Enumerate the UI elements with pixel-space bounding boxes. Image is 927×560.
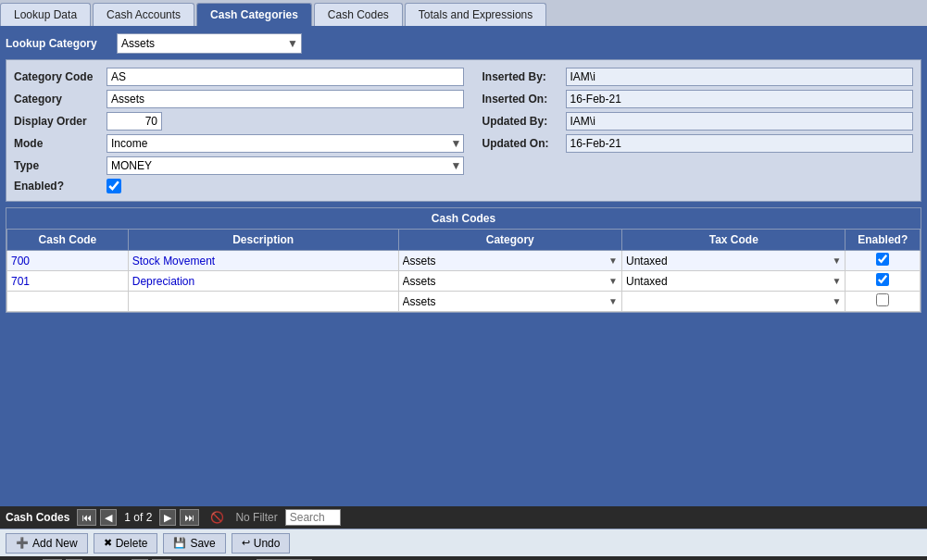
display-order-row: Display Order — [14, 112, 464, 131]
category-label: Category — [14, 93, 106, 106]
updated-by-label: Updated By: — [482, 115, 566, 128]
cell-tax-code-3[interactable]: Untaxed Standard ▼ — [622, 292, 846, 312]
tax-code-select-wrapper-3: Untaxed Standard ▼ — [626, 295, 841, 308]
description-input-3[interactable] — [132, 295, 395, 308]
type-row: Type MONEY QUANTITY ▼ — [14, 156, 464, 175]
cell-description-1[interactable] — [128, 251, 398, 271]
col-enabled: Enabled? — [846, 230, 921, 251]
inserted-on-input — [566, 90, 914, 108]
cell-description-3[interactable] — [128, 292, 398, 312]
cell-cash-code-1[interactable] — [7, 251, 129, 271]
tab-cash-categories[interactable]: Cash Categories — [196, 3, 312, 26]
form-right: Inserted By: Inserted On: Updated By: Up… — [464, 68, 914, 193]
category-arrow-icon-1: ▼ — [608, 255, 618, 266]
col-cash-code: Cash Code — [7, 230, 129, 251]
col-description: Description — [128, 230, 398, 251]
category-code-label: Category Code — [14, 70, 106, 83]
tax-code-select-wrapper-1: Untaxed Standard Reduced ▼ — [626, 255, 841, 268]
class-nav-bar: Class ⏮ ◀ 6 of 15 ▶ ⏭ 🚫 No Filter — [0, 556, 927, 560]
cash-codes-table: Cash Code Description Category Tax Code … — [6, 229, 921, 312]
category-row: Category — [14, 90, 464, 108]
category-select-3[interactable]: Assets Liabilities Income Expense — [403, 295, 609, 308]
undo-icon: ↩ — [242, 537, 250, 549]
tax-code-arrow-icon-2: ▼ — [833, 276, 842, 286]
cash-code-input-1[interactable] — [11, 255, 124, 268]
tab-totals-expressions[interactable]: Totals and Expressions — [405, 3, 546, 26]
enabled-checkbox-2[interactable] — [876, 273, 889, 286]
tax-code-arrow-icon-3: ▼ — [833, 296, 842, 306]
cell-description-2[interactable] — [128, 271, 398, 292]
cell-enabled-1[interactable] — [846, 251, 921, 271]
enabled-checkbox-1[interactable] — [876, 253, 889, 266]
lookup-category-input[interactable] — [117, 33, 302, 54]
cash-codes-nav-label: Cash Codes — [6, 511, 69, 524]
add-icon: ➕ — [16, 537, 29, 549]
nav-prev-btn[interactable]: ◀ — [100, 509, 117, 526]
nav-last-btn[interactable]: ⏭ — [180, 509, 199, 526]
cash-code-input-3[interactable] — [11, 295, 124, 308]
nav-next-btn[interactable]: ▶ — [159, 509, 176, 526]
tab-lookup-data[interactable]: Lookup Data — [0, 3, 91, 26]
category-select-wrapper-2: Assets Liabilities Income Expense ▼ — [403, 275, 618, 288]
inserted-by-input — [566, 68, 914, 86]
tax-code-arrow-icon-1: ▼ — [833, 255, 842, 266]
category-select-wrapper-1: Assets Liabilities Income Expense ▼ — [403, 255, 618, 268]
delete-label: Delete — [116, 537, 148, 550]
description-input-2[interactable] — [132, 275, 395, 288]
mode-select[interactable]: Income Expense Both — [106, 134, 464, 153]
add-new-label: Add New — [32, 537, 78, 550]
nav-page-info: 1 of 2 — [124, 511, 152, 524]
save-icon: 💾 — [173, 537, 186, 549]
inserted-by-row: Inserted By: — [482, 68, 914, 86]
category-input[interactable] — [106, 90, 464, 108]
tax-code-select-3[interactable]: Untaxed Standard — [626, 295, 833, 308]
cell-category-1[interactable]: Assets Liabilities Income Expense ▼ — [398, 251, 621, 271]
cash-codes-section-header: Cash Codes — [6, 208, 921, 229]
cash-code-input-2[interactable] — [11, 275, 124, 288]
updated-by-row: Updated By: — [482, 112, 914, 131]
category-select-1[interactable]: Assets Liabilities Income Expense — [403, 255, 609, 268]
lookup-category-label: Lookup Category — [6, 37, 107, 50]
cash-codes-section: Cash Codes Cash Code Description Categor… — [6, 207, 921, 313]
add-new-button[interactable]: ➕ Add New — [6, 533, 88, 554]
cell-tax-code-1[interactable]: Untaxed Standard Reduced ▼ — [622, 251, 846, 271]
category-code-input[interactable] — [106, 68, 464, 86]
main-content: Lookup Category ▼ Category Code Category… — [0, 28, 927, 506]
cash-codes-nav-bar: Cash Codes ⏮ ◀ 1 of 2 ▶ ⏭ 🚫 No Filter — [0, 506, 927, 529]
tabs-bar: Lookup Data Cash Accounts Cash Categorie… — [0, 0, 927, 28]
cell-category-2[interactable]: Assets Liabilities Income Expense ▼ — [398, 271, 621, 292]
enabled-checkbox[interactable] — [106, 179, 121, 193]
cell-cash-code-2[interactable] — [7, 271, 129, 292]
form-grid: Category Code Category Display Order Mod… — [14, 68, 913, 193]
nav-filter-label: No Filter — [235, 511, 277, 524]
table-row: Assets Liabilities Income Expense ▼ Unta… — [7, 251, 921, 271]
category-select-2[interactable]: Assets Liabilities Income Expense — [403, 275, 609, 288]
save-button[interactable]: 💾 Save — [163, 533, 225, 554]
action-bar: ➕ Add New ✖ Delete 💾 Save ↩ Undo — [0, 529, 927, 556]
type-select[interactable]: MONEY QUANTITY — [106, 156, 464, 175]
cell-enabled-2[interactable] — [846, 271, 921, 292]
enabled-checkbox-3[interactable] — [876, 293, 889, 306]
form-panel: Category Code Category Display Order Mod… — [6, 59, 921, 202]
undo-button[interactable]: ↩ Undo — [232, 533, 291, 554]
category-select-wrapper-3: Assets Liabilities Income Expense ▼ — [403, 295, 618, 308]
inserted-on-label: Inserted On: — [482, 93, 566, 106]
lookup-category-row: Lookup Category ▼ — [6, 33, 921, 54]
delete-button[interactable]: ✖ Delete — [94, 533, 158, 554]
updated-on-input — [566, 134, 914, 153]
cell-tax-code-2[interactable]: Untaxed Standard Reduced ▼ — [622, 271, 846, 292]
cell-category-3[interactable]: Assets Liabilities Income Expense ▼ — [398, 292, 621, 312]
display-order-input[interactable] — [106, 112, 162, 131]
tax-code-select-2[interactable]: Untaxed Standard Reduced — [626, 275, 833, 288]
tab-cash-accounts[interactable]: Cash Accounts — [93, 3, 194, 26]
description-input-1[interactable] — [132, 255, 395, 268]
cell-enabled-3[interactable] — [846, 292, 921, 312]
cell-cash-code-3[interactable] — [7, 292, 129, 312]
nav-first-btn[interactable]: ⏮ — [77, 509, 96, 526]
nav-search-input[interactable] — [285, 509, 341, 526]
tab-cash-codes[interactable]: Cash Codes — [314, 3, 403, 26]
category-code-row: Category Code — [14, 68, 464, 86]
save-label: Save — [190, 537, 215, 550]
mode-select-wrapper: Income Expense Both ▼ — [106, 134, 464, 153]
tax-code-select-1[interactable]: Untaxed Standard Reduced — [626, 255, 833, 268]
